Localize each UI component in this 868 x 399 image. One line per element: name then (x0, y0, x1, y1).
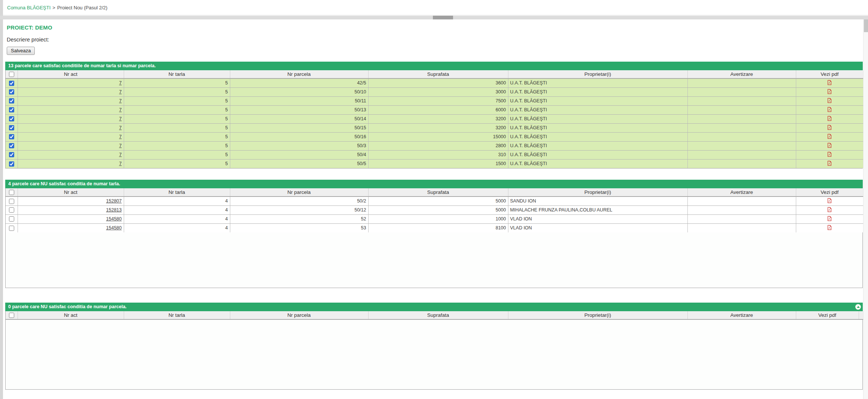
nr-parcela-cell: 50/14 (230, 114, 368, 123)
nr-act-link[interactable]: 154580 (106, 216, 122, 222)
horizontal-scrollbar-thumb[interactable] (433, 16, 453, 19)
row-checkbox[interactable] (9, 226, 14, 231)
table-parcele-valide: Nr act Nr tarla Nr parcela Suprafata Pro… (6, 70, 863, 168)
avertizare-cell (687, 197, 796, 205)
avertizare-cell (687, 96, 796, 105)
pdf-file-icon (827, 152, 832, 157)
collapse-toggle-button[interactable] (855, 304, 861, 310)
table-row: 7 5 50/10 3000 U.A.T. BLĂGEŞTI (6, 87, 863, 96)
row-checkbox[interactable] (9, 207, 14, 213)
table-row: 154580 4 53 8100 VLAD ION (6, 223, 863, 232)
pdf-link[interactable] (827, 152, 832, 158)
nr-tarla-cell: 4 (124, 205, 230, 214)
suprafata-cell: 3600 (368, 78, 508, 87)
nr-act-link[interactable]: 7 (119, 152, 122, 157)
nr-act-link[interactable]: 7 (119, 134, 122, 139)
select-all-checkbox[interactable] (9, 190, 14, 195)
nr-parcela-cell: 50/11 (230, 96, 368, 105)
pdf-link[interactable] (827, 107, 832, 113)
nr-act-link[interactable]: 152807 (106, 198, 122, 204)
suprafata-cell: 3200 (368, 114, 508, 123)
suprafata-cell: 6000 (368, 105, 508, 114)
row-checkbox[interactable] (9, 161, 14, 167)
table-row: 7 5 50/15 3200 U.A.T. BLĂGEŞTI (6, 123, 863, 132)
row-checkbox[interactable] (9, 199, 14, 204)
chevron-up-icon (857, 306, 860, 308)
column-header-row: Nr act Nr tarla Nr parcela Suprafata Pro… (6, 311, 863, 319)
nr-act-link[interactable]: 7 (119, 89, 122, 95)
description-label: Descriere proiect: (7, 37, 863, 43)
pdf-link[interactable] (827, 216, 832, 222)
pdf-link[interactable] (827, 89, 832, 95)
table-row: 7 5 50/3 2800 U.A.T. BLĂGEŞTI (6, 141, 863, 150)
horizontal-scrollbar[interactable] (0, 16, 868, 19)
nr-tarla-cell: 5 (124, 141, 230, 150)
row-checkbox[interactable] (9, 81, 14, 86)
pdf-link[interactable] (827, 125, 832, 131)
col-proprietari: Proprietar(i) (508, 311, 687, 319)
table-parcele-fara-parcela: Nr act Nr tarla Nr parcela Suprafata Pro… (6, 311, 863, 320)
nr-act-link[interactable]: 7 (119, 107, 122, 112)
pdf-file-icon (827, 125, 832, 130)
vertical-scrollbar[interactable] (863, 19, 868, 399)
col-nr-tarla: Nr tarla (124, 70, 230, 78)
nr-act-link[interactable]: 7 (119, 116, 122, 121)
avertizare-cell (687, 105, 796, 114)
pdf-link[interactable] (827, 225, 832, 231)
suprafata-cell: 3200 (368, 123, 508, 132)
pdf-link[interactable] (827, 134, 832, 140)
nr-act-link[interactable]: 154580 (106, 225, 122, 231)
select-all-checkbox[interactable] (9, 72, 14, 77)
nr-act-link[interactable]: 152813 (106, 207, 122, 213)
table-row: 7 5 50/5 1500 U.A.T. BLĂGEŞTI (6, 159, 863, 168)
pdf-file-icon (827, 98, 832, 103)
row-checkbox[interactable] (9, 107, 14, 112)
nr-tarla-cell: 4 (124, 197, 230, 205)
suprafata-cell: 3000 (368, 87, 508, 96)
pdf-link[interactable] (827, 143, 832, 149)
row-checkbox[interactable] (9, 143, 14, 148)
table3-title: 0 parcele care NU satisfac conditia de n… (5, 303, 863, 311)
select-all-checkbox[interactable] (9, 313, 14, 318)
nr-act-link[interactable]: 7 (119, 143, 122, 148)
pdf-link[interactable] (827, 198, 832, 204)
avertizare-cell (687, 114, 796, 123)
col-nr-act: Nr act (18, 70, 124, 78)
pdf-link[interactable] (827, 116, 832, 122)
suprafata-cell: 310 (368, 150, 508, 159)
save-button[interactable]: Salveaza (7, 47, 35, 55)
suprafata-cell: 5000 (368, 197, 508, 205)
nr-act-link[interactable]: 7 (119, 125, 122, 130)
pdf-file-icon (827, 225, 832, 230)
row-checkbox[interactable] (9, 98, 14, 103)
proprietar-cell: U.A.T. BLĂGEŞTI (508, 150, 687, 159)
pdf-link[interactable] (827, 207, 832, 213)
breadcrumb-current: Proiect Nou (Pasul 2/2) (57, 5, 107, 10)
pdf-link[interactable] (827, 80, 832, 86)
row-checkbox[interactable] (9, 134, 14, 139)
breadcrumb-link-comuna[interactable]: Comuna BLĂGEŞTI (7, 5, 50, 10)
main-content: PROIECT: DEMO Descriere proiect: Salveaz… (3, 19, 863, 399)
row-checkbox[interactable] (9, 216, 14, 222)
nr-act-link[interactable]: 7 (119, 161, 122, 166)
pdf-link[interactable] (827, 161, 832, 167)
nr-act-link[interactable]: 7 (119, 98, 122, 103)
column-header-row: Nr act Nr tarla Nr parcela Suprafata Pro… (6, 188, 863, 197)
table-parcele-fara-tarla: Nr act Nr tarla Nr parcela Suprafata Pro… (6, 188, 863, 232)
proprietar-cell: U.A.T. BLĂGEŞTI (508, 132, 687, 141)
suprafata-cell: 8100 (368, 223, 508, 232)
nr-tarla-cell: 5 (124, 78, 230, 87)
vertical-scrollbar-thumb[interactable] (864, 19, 868, 32)
nr-act-link[interactable]: 7 (119, 80, 122, 86)
row-checkbox[interactable] (9, 89, 14, 95)
row-checkbox[interactable] (9, 116, 14, 121)
page-title: PROIECT: DEMO (7, 24, 863, 31)
pdf-link[interactable] (827, 98, 832, 104)
col-avertizare: Avertizare (687, 311, 796, 319)
proprietar-cell: VLAD ION (508, 214, 687, 223)
row-checkbox[interactable] (9, 152, 14, 157)
table-row: 7 5 42/5 3600 U.A.T. BLĂGEŞTI (6, 78, 863, 87)
row-checkbox[interactable] (9, 125, 14, 130)
table-row: 7 5 50/14 3200 U.A.T. BLĂGEŞTI (6, 114, 863, 123)
table3-title-text: 0 parcele care NU satisfac conditia de n… (8, 304, 127, 309)
